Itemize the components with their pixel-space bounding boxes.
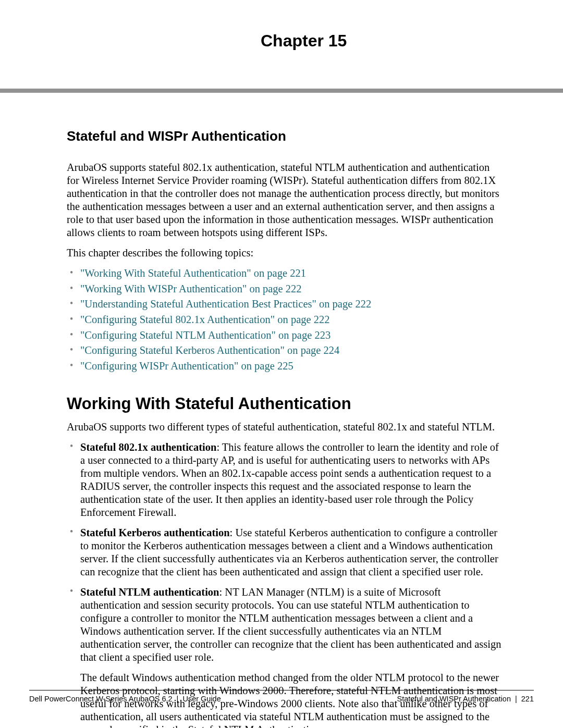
toc-item: "Working With Stateful Authentication" o… [67,267,502,280]
definition-term: Stateful Kerberos authentication [80,527,230,538]
toc-link[interactable]: "Working With WISPr Authentication" on p… [80,283,302,294]
toc-item: "Configuring WISPr Authentication" on pa… [67,360,502,373]
footer-right: Stateful and WISPr Authentication | 221 [397,695,534,703]
footer-section: Stateful and WISPr Authentication [397,695,511,703]
definition-item: Stateful 802.1x authentication: This fea… [67,441,502,519]
footer-row: Dell PowerConnect W-Series ArubaOS 6.2 |… [29,695,534,703]
section-intro: ArubaOS supports two different types of … [67,421,502,434]
content-area: Stateful and WISPr Authentication ArubaO… [67,128,502,728]
section-heading: Working With Stateful Authentication [67,394,502,413]
chapter-label: Chapter 15 [261,31,563,51]
toc-link[interactable]: "Configuring Stateful Kerberos Authentic… [80,344,339,356]
footer-sep: | [515,695,517,703]
footer-page: 221 [521,695,534,703]
toc-link[interactable]: "Configuring Stateful 802.1x Authenticat… [80,314,330,325]
toc-link[interactable]: "Configuring Stateful NTLM Authenticatio… [80,329,331,341]
definition-item: Stateful NTLM authentication: NT LAN Man… [67,586,502,728]
footer-left: Dell PowerConnect W-Series ArubaOS 6.2 |… [29,695,221,703]
definition-term: Stateful NTLM authentication [80,586,219,598]
definition-item: Stateful Kerberos authentication: Use st… [67,526,502,578]
footer-sep: | [177,695,179,703]
definition-body: : This feature allows the controller to … [80,441,499,518]
definition-list: Stateful 802.1x authentication: This fea… [67,441,502,728]
toc-item: "Configuring Stateful Kerberos Authentic… [67,344,502,357]
definition-term: Stateful 802.1x authentication [80,441,216,453]
toc-item: "Configuring Stateful NTLM Authenticatio… [67,329,502,342]
page-title: Stateful and WISPr Authentication [67,128,502,144]
toc-item: "Working With WISPr Authentication" on p… [67,282,502,296]
footer: Dell PowerConnect W-Series ArubaOS 6.2 |… [29,690,534,703]
toc-link[interactable]: "Working With Stateful Authentication" o… [80,267,306,279]
definition-body: : NT LAN Manager (NTLM) is a suite of Mi… [80,586,501,663]
toc-link[interactable]: "Understanding Stateful Authentication B… [80,298,371,310]
toc-list: "Working With Stateful Authentication" o… [67,267,502,373]
topics-lead: This chapter describes the following top… [67,246,502,260]
footer-doc: User Guide [182,695,221,703]
toc-link[interactable]: "Configuring WISPr Authentication" on pa… [80,360,293,372]
footer-product: Dell PowerConnect W-Series ArubaOS 6.2 [29,695,173,703]
intro-paragraph: ArubaOS supports stateful 802.1x authent… [67,161,502,239]
toc-item: "Configuring Stateful 802.1x Authenticat… [67,313,502,327]
page: Chapter 15 Stateful and WISPr Authentica… [0,0,563,728]
header-rule [0,89,563,93]
toc-item: "Understanding Stateful Authentication B… [67,298,502,311]
footer-rule [29,690,534,690]
